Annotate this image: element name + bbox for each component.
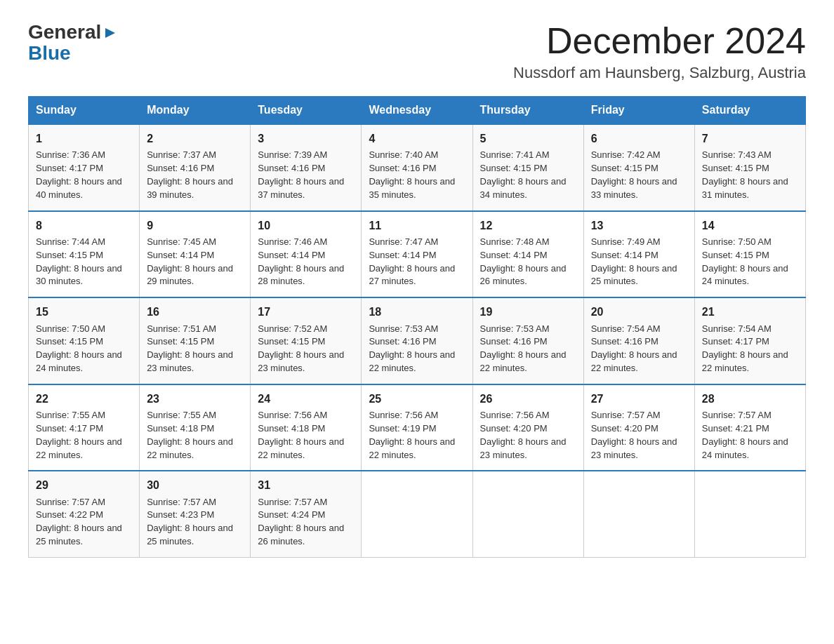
day-number: 24	[258, 391, 354, 407]
day-cell	[362, 471, 472, 557]
day-info: Sunrise: 7:55 AMSunset: 4:18 PMDaylight:…	[147, 410, 233, 460]
day-number: 26	[480, 391, 576, 407]
logo-general-text: General	[28, 21, 101, 43]
day-cell: 14Sunrise: 7:50 AMSunset: 4:15 PMDayligh…	[694, 211, 805, 298]
day-cell: 22Sunrise: 7:55 AMSunset: 4:17 PMDayligh…	[29, 384, 140, 471]
day-info: Sunrise: 7:42 AMSunset: 4:15 PMDaylight:…	[591, 149, 677, 200]
day-cell: 17Sunrise: 7:52 AMSunset: 4:15 PMDayligh…	[251, 297, 362, 384]
day-number: 22	[36, 391, 132, 407]
day-info: Sunrise: 7:36 AMSunset: 4:17 PMDaylight:…	[36, 149, 122, 200]
calendar-body: 1Sunrise: 7:36 AMSunset: 4:17 PMDaylight…	[29, 124, 806, 557]
day-cell: 18Sunrise: 7:53 AMSunset: 4:16 PMDayligh…	[362, 297, 472, 384]
header-thursday: Thursday	[472, 97, 583, 125]
day-cell: 5Sunrise: 7:41 AMSunset: 4:15 PMDaylight…	[472, 124, 583, 211]
day-cell: 25Sunrise: 7:56 AMSunset: 4:19 PMDayligh…	[362, 384, 472, 471]
day-number: 1	[36, 130, 132, 147]
day-info: Sunrise: 7:54 AMSunset: 4:17 PMDaylight:…	[702, 323, 788, 374]
day-number: 20	[591, 304, 687, 320]
day-cell: 3Sunrise: 7:39 AMSunset: 4:16 PMDaylight…	[251, 124, 362, 211]
day-info: Sunrise: 7:55 AMSunset: 4:17 PMDaylight:…	[36, 410, 122, 460]
day-number: 31	[258, 477, 354, 493]
header-wednesday: Wednesday	[362, 97, 472, 125]
day-number: 29	[36, 477, 132, 493]
day-info: Sunrise: 7:50 AMSunset: 4:15 PMDaylight:…	[36, 323, 122, 374]
day-info: Sunrise: 7:50 AMSunset: 4:15 PMDaylight:…	[702, 236, 788, 287]
day-cell: 28Sunrise: 7:57 AMSunset: 4:21 PMDayligh…	[694, 384, 805, 471]
header-saturday: Saturday	[694, 97, 805, 125]
day-number: 15	[36, 304, 132, 320]
day-cell: 19Sunrise: 7:53 AMSunset: 4:16 PMDayligh…	[472, 297, 583, 384]
day-info: Sunrise: 7:57 AMSunset: 4:20 PMDaylight:…	[591, 410, 677, 460]
svg-marker-0	[105, 28, 115, 38]
day-number: 12	[480, 217, 576, 234]
day-number: 8	[36, 217, 132, 234]
day-cell: 26Sunrise: 7:56 AMSunset: 4:20 PMDayligh…	[472, 384, 583, 471]
day-info: Sunrise: 7:47 AMSunset: 4:14 PMDaylight:…	[369, 236, 455, 287]
header-friday: Friday	[583, 97, 694, 125]
day-number: 19	[480, 304, 576, 320]
day-cell: 24Sunrise: 7:56 AMSunset: 4:18 PMDayligh…	[251, 384, 362, 471]
day-cell: 6Sunrise: 7:42 AMSunset: 4:15 PMDaylight…	[583, 124, 694, 211]
day-cell: 12Sunrise: 7:48 AMSunset: 4:14 PMDayligh…	[472, 211, 583, 298]
day-cell	[694, 471, 805, 557]
week-row-5: 29Sunrise: 7:57 AMSunset: 4:22 PMDayligh…	[29, 471, 806, 557]
header-tuesday: Tuesday	[251, 97, 362, 125]
location: Nussdorf am Haunsberg, Salzburg, Austria	[513, 64, 806, 82]
logo: General Blue	[28, 21, 118, 65]
day-info: Sunrise: 7:45 AMSunset: 4:14 PMDaylight:…	[147, 236, 233, 287]
day-number: 21	[702, 304, 798, 320]
day-cell: 27Sunrise: 7:57 AMSunset: 4:20 PMDayligh…	[583, 384, 694, 471]
day-cell: 10Sunrise: 7:46 AMSunset: 4:14 PMDayligh…	[251, 211, 362, 298]
calendar-header: SundayMondayTuesdayWednesdayThursdayFrid…	[29, 97, 806, 125]
day-cell: 29Sunrise: 7:57 AMSunset: 4:22 PMDayligh…	[29, 471, 140, 557]
day-info: Sunrise: 7:44 AMSunset: 4:15 PMDaylight:…	[36, 236, 122, 287]
day-number: 2	[147, 130, 243, 147]
day-number: 4	[369, 130, 465, 147]
day-info: Sunrise: 7:37 AMSunset: 4:16 PMDaylight:…	[147, 149, 233, 200]
day-number: 23	[147, 391, 243, 407]
day-cell: 8Sunrise: 7:44 AMSunset: 4:15 PMDaylight…	[29, 211, 140, 298]
day-cell: 1Sunrise: 7:36 AMSunset: 4:17 PMDaylight…	[29, 124, 140, 211]
day-cell	[472, 471, 583, 557]
day-info: Sunrise: 7:53 AMSunset: 4:16 PMDaylight:…	[369, 323, 455, 374]
day-info: Sunrise: 7:46 AMSunset: 4:14 PMDaylight:…	[258, 236, 344, 287]
day-number: 3	[258, 130, 354, 147]
day-cell: 16Sunrise: 7:51 AMSunset: 4:15 PMDayligh…	[140, 297, 251, 384]
day-info: Sunrise: 7:40 AMSunset: 4:16 PMDaylight:…	[369, 149, 455, 200]
header-row: SundayMondayTuesdayWednesdayThursdayFrid…	[29, 97, 806, 125]
day-info: Sunrise: 7:56 AMSunset: 4:18 PMDaylight:…	[258, 410, 344, 460]
week-row-1: 1Sunrise: 7:36 AMSunset: 4:17 PMDaylight…	[29, 124, 806, 211]
day-number: 7	[702, 130, 798, 147]
day-number: 17	[258, 304, 354, 320]
day-cell: 23Sunrise: 7:55 AMSunset: 4:18 PMDayligh…	[140, 384, 251, 471]
day-cell: 15Sunrise: 7:50 AMSunset: 4:15 PMDayligh…	[29, 297, 140, 384]
day-number: 30	[147, 477, 243, 493]
day-info: Sunrise: 7:57 AMSunset: 4:23 PMDaylight:…	[147, 497, 233, 547]
day-number: 16	[147, 304, 243, 320]
day-number: 25	[369, 391, 465, 407]
day-info: Sunrise: 7:43 AMSunset: 4:15 PMDaylight:…	[702, 149, 788, 200]
calendar-table: SundayMondayTuesdayWednesdayThursdayFrid…	[28, 96, 806, 558]
day-cell: 13Sunrise: 7:49 AMSunset: 4:14 PMDayligh…	[583, 211, 694, 298]
day-info: Sunrise: 7:57 AMSunset: 4:21 PMDaylight:…	[702, 410, 788, 460]
header-monday: Monday	[140, 97, 251, 125]
day-number: 18	[369, 304, 465, 320]
day-number: 9	[147, 217, 243, 234]
day-cell	[583, 471, 694, 557]
day-cell: 4Sunrise: 7:40 AMSunset: 4:16 PMDaylight…	[362, 124, 472, 211]
day-info: Sunrise: 7:51 AMSunset: 4:15 PMDaylight:…	[147, 323, 233, 374]
day-info: Sunrise: 7:57 AMSunset: 4:24 PMDaylight:…	[258, 497, 344, 547]
day-info: Sunrise: 7:56 AMSunset: 4:20 PMDaylight:…	[480, 410, 567, 460]
day-info: Sunrise: 7:39 AMSunset: 4:16 PMDaylight:…	[258, 149, 344, 200]
title-section: December 2024 Nussdorf am Haunsberg, Sal…	[513, 21, 806, 82]
day-cell: 9Sunrise: 7:45 AMSunset: 4:14 PMDaylight…	[140, 211, 251, 298]
day-info: Sunrise: 7:54 AMSunset: 4:16 PMDaylight:…	[591, 323, 677, 374]
day-cell: 21Sunrise: 7:54 AMSunset: 4:17 PMDayligh…	[694, 297, 805, 384]
header-sunday: Sunday	[29, 97, 140, 125]
day-number: 6	[591, 130, 687, 147]
day-cell: 2Sunrise: 7:37 AMSunset: 4:16 PMDaylight…	[140, 124, 251, 211]
day-info: Sunrise: 7:49 AMSunset: 4:14 PMDaylight:…	[591, 236, 677, 287]
day-cell: 31Sunrise: 7:57 AMSunset: 4:24 PMDayligh…	[251, 471, 362, 557]
day-cell: 11Sunrise: 7:47 AMSunset: 4:14 PMDayligh…	[362, 211, 472, 298]
day-info: Sunrise: 7:41 AMSunset: 4:15 PMDaylight:…	[480, 149, 567, 200]
